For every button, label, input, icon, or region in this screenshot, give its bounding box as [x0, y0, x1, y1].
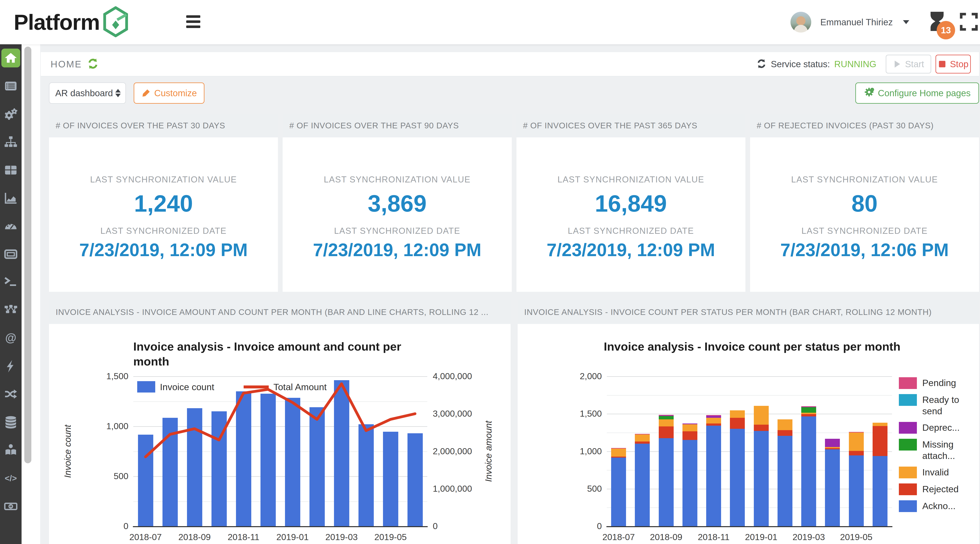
customize-button[interactable]: Customize — [134, 83, 204, 104]
status-bar-segment — [754, 425, 769, 431]
legend-item: Pending — [899, 377, 977, 389]
sidebar-item-window[interactable] — [2, 245, 20, 264]
sidebar-item-home[interactable] — [2, 49, 20, 67]
sync-date-label: LAST SYNCHRONIZED DATE — [49, 226, 278, 236]
notification-badge: 13 — [937, 21, 955, 40]
sidebar-item-routes[interactable] — [2, 385, 20, 404]
chart-panels-row: INVOICE ANALYSIS - INVOICE AMOUNT AND CO… — [49, 301, 979, 544]
chevron-down-icon[interactable] — [903, 20, 909, 24]
status-bar-segment — [849, 433, 864, 451]
legend-swatch — [899, 439, 917, 450]
sidebar-item-scripts[interactable]: </> — [2, 469, 20, 488]
refresh-page-button[interactable] — [87, 58, 99, 70]
legend-swatch — [137, 381, 155, 393]
gridline — [607, 376, 892, 377]
gridline — [607, 414, 892, 414]
sync-value: 80 — [750, 190, 979, 217]
status-bar-segment — [778, 430, 792, 436]
scrollbar-thumb[interactable] — [24, 47, 31, 463]
x-axis-tick: 2018-07 — [603, 532, 635, 542]
sidebar-item-workflow[interactable] — [2, 301, 20, 320]
menu-button[interactable] — [186, 15, 200, 29]
status-bar-segment — [706, 426, 721, 526]
status-bar-segment — [659, 415, 674, 416]
status-bar-segment — [635, 444, 650, 526]
sync-date-label: LAST SYNCHRONIZED DATE — [750, 226, 979, 236]
y-axis-tick: 500 — [81, 471, 128, 481]
status-bar-segment — [801, 414, 816, 416]
legend-label: Missing attach... — [923, 439, 971, 461]
fullscreen-button[interactable] — [959, 11, 979, 33]
user-name[interactable]: Emmanuel Thiriez — [820, 17, 893, 27]
status-bar-segment — [682, 424, 697, 431]
y-axis-tick: 0 — [555, 521, 602, 531]
status-bar-segment — [706, 423, 721, 426]
legend-item: Ready to send — [899, 394, 977, 417]
database-icon — [4, 415, 18, 429]
sidebar-item-database[interactable] — [2, 413, 20, 432]
x-axis-tick: 2019-05 — [374, 532, 407, 542]
status-bar-segment — [730, 429, 745, 526]
sidebar-item-terminal[interactable] — [2, 273, 20, 292]
x-axis-line — [606, 526, 892, 527]
sidebar-item-list[interactable] — [2, 76, 20, 95]
status-bar-segment — [635, 434, 650, 441]
legend-item: Ackno... — [899, 500, 977, 512]
status-bar-segment — [825, 439, 840, 447]
configure-home-pages-button[interactable]: Configure Home pages — [855, 83, 979, 104]
window-icon — [4, 247, 18, 261]
user-avatar[interactable] — [791, 12, 811, 33]
dashboard-select[interactable]: AR dashboard — [49, 83, 126, 104]
money-icon: 1 — [4, 499, 18, 514]
sidebar-item-triggers[interactable] — [2, 357, 20, 376]
start-service-button[interactable]: Start — [886, 55, 931, 73]
sidebar-item-services[interactable] — [2, 105, 20, 124]
scrollbar-track[interactable] — [22, 44, 40, 544]
code-icon: </> — [4, 471, 18, 485]
gears-icon — [864, 87, 874, 100]
x-axis-tick: 2018-11 — [698, 532, 730, 542]
status-bar-segment — [635, 442, 650, 444]
stat-card-body: LAST SYNCHRONIZATION VALUE1,240LAST SYNC… — [49, 137, 278, 292]
status-bar-segment — [778, 436, 792, 526]
gridline — [607, 395, 892, 396]
app-root: Platform Emmanuel Thiriez 13 — [0, 0, 980, 544]
play-icon — [893, 60, 901, 68]
pending-tasks-button[interactable]: 13 — [926, 8, 950, 36]
sidebar-item-organization[interactable] — [2, 441, 20, 460]
x-axis-tick: 2019-01 — [276, 532, 309, 542]
sync-date-label: LAST SYNCHRONIZED DATE — [517, 226, 745, 236]
status-bar-segment — [849, 432, 864, 433]
chart-title: Invoice analysis - Invoice count per sta… — [604, 339, 910, 354]
x-axis-tick: 2018-09 — [178, 532, 211, 542]
sidebar-item-dashboard[interactable] — [2, 217, 20, 235]
stop-service-button[interactable]: Stop — [935, 55, 971, 73]
status-bar-segment — [706, 415, 721, 416]
stat-card: # OF INVOICES OVER THE PAST 90 DAYSLAST … — [283, 114, 512, 292]
status-bar-segment — [825, 449, 840, 526]
refresh-icon — [87, 58, 99, 70]
status-bar-segment — [730, 410, 745, 418]
sidebar-item-billing[interactable]: 1 — [2, 497, 20, 516]
sync-value-label: LAST SYNCHRONIZATION VALUE — [517, 175, 745, 185]
stat-card-body: LAST SYNCHRONIZATION VALUE80LAST SYNCHRO… — [750, 137, 979, 292]
status-bar-segment — [706, 418, 721, 423]
stat-card: # OF REJECTED INVOICES (PAST 30 DAYS)LAS… — [750, 114, 979, 292]
chart-title: Invoice analysis - Invoice amount and co… — [133, 339, 439, 369]
sync-value: 3,869 — [283, 190, 512, 217]
status-bar-segment — [682, 431, 697, 440]
x-axis-tick: 2018-09 — [650, 532, 682, 542]
status-bar-segment — [730, 418, 745, 429]
status-bar-segment — [682, 440, 697, 526]
chart-panel-invoice-status: INVOICE ANALYSIS - INVOICE COUNT PER STA… — [518, 301, 979, 544]
sidebar-item-charts[interactable] — [2, 189, 20, 208]
sidebar-item-sitemap[interactable] — [2, 133, 20, 151]
sidebar-item-tables[interactable] — [2, 161, 20, 180]
status-bar-segment — [873, 423, 888, 426]
podium-icon — [4, 443, 18, 457]
sidebar-item-mentions[interactable]: @ — [2, 329, 20, 348]
svg-text:1: 1 — [10, 504, 11, 508]
svg-text:@: @ — [5, 331, 16, 344]
y-axis-tick-right: 0 — [433, 521, 480, 531]
status-bar-segment — [611, 458, 626, 526]
